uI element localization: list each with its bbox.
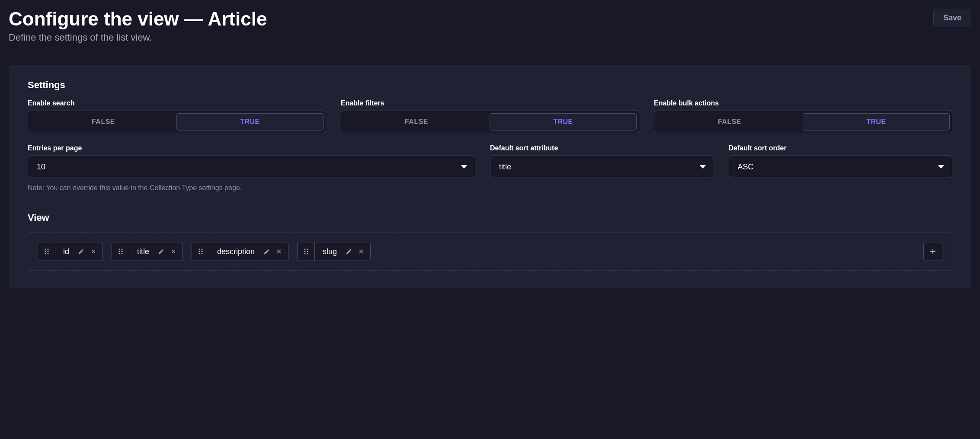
svg-point-13 (121, 253, 122, 254)
default-sort-order-value: ASC (738, 162, 754, 172)
svg-point-20 (199, 253, 200, 254)
divider (28, 200, 952, 200)
svg-point-2 (45, 251, 46, 252)
enable-filters-toggle[interactable]: FALSE TRUE (341, 111, 639, 133)
drag-handle-icon[interactable] (38, 242, 55, 261)
settings-panel: Settings Enable search FALSE TRUE Enable… (9, 65, 971, 288)
field-chip-label: title (129, 247, 157, 256)
page-subtitle: Define the settings of the list view. (9, 32, 267, 43)
settings-heading: Settings (28, 80, 952, 91)
enable-filters-false[interactable]: FALSE (343, 113, 490, 130)
default-sort-order-select[interactable]: ASC (729, 156, 953, 178)
close-icon[interactable] (276, 248, 282, 254)
svg-point-9 (121, 249, 122, 250)
enable-filters-true[interactable]: TRUE (490, 113, 637, 130)
close-icon[interactable] (358, 248, 364, 254)
enable-search-label: Enable search (28, 99, 326, 107)
svg-point-1 (47, 249, 48, 250)
caret-down-icon (938, 165, 944, 169)
field-chip-description: description (192, 242, 288, 261)
svg-point-21 (201, 253, 202, 254)
svg-point-29 (307, 253, 308, 254)
svg-point-3 (47, 251, 48, 252)
svg-point-18 (199, 251, 200, 252)
field-chip-id: id (38, 242, 103, 261)
default-sort-attribute-value: title (499, 162, 511, 172)
caret-down-icon (461, 165, 467, 169)
field-chip-slug: slug (297, 242, 371, 261)
pencil-icon[interactable] (263, 248, 270, 255)
svg-point-27 (307, 251, 308, 252)
entries-per-page-select[interactable]: 10 (28, 156, 475, 178)
entries-per-page-note: Note: You can override this value in the… (28, 184, 475, 192)
close-icon[interactable] (90, 248, 96, 254)
svg-point-10 (118, 251, 120, 252)
svg-point-0 (45, 249, 46, 250)
entries-per-page-value: 10 (37, 162, 45, 172)
view-heading: View (28, 212, 952, 223)
entries-per-page-label: Entries per page (28, 144, 475, 152)
field-chip-label: description (209, 247, 263, 256)
enable-bulk-true[interactable]: TRUE (803, 113, 950, 130)
drag-handle-icon[interactable] (112, 242, 129, 261)
svg-point-28 (304, 253, 305, 254)
drag-handle-icon[interactable] (192, 242, 209, 261)
pencil-icon[interactable] (78, 248, 84, 255)
enable-search-toggle[interactable]: FALSE TRUE (28, 111, 326, 133)
enable-bulk-label: Enable bulk actions (654, 99, 952, 107)
save-button[interactable]: Save (933, 9, 971, 27)
svg-point-11 (121, 251, 122, 252)
add-field-button[interactable] (923, 242, 942, 261)
plus-icon (929, 248, 937, 255)
close-icon[interactable] (170, 248, 176, 254)
enable-search-false[interactable]: FALSE (30, 113, 176, 130)
default-sort-attribute-label: Default sort attribute (490, 144, 714, 152)
enable-bulk-toggle[interactable]: FALSE TRUE (654, 111, 952, 133)
view-fields-area: id title (28, 232, 952, 271)
enable-bulk-false[interactable]: FALSE (657, 113, 803, 130)
svg-point-5 (47, 253, 48, 254)
svg-point-8 (118, 249, 120, 250)
svg-point-19 (201, 251, 202, 252)
svg-point-24 (304, 249, 305, 250)
default-sort-order-label: Default sort order (729, 144, 953, 152)
drag-handle-icon[interactable] (298, 242, 315, 261)
enable-search-true[interactable]: TRUE (176, 113, 323, 130)
field-chip-title: title (112, 242, 183, 261)
pencil-icon[interactable] (346, 248, 352, 255)
svg-point-17 (201, 249, 202, 250)
default-sort-attribute-select[interactable]: title (490, 156, 714, 178)
svg-point-25 (307, 249, 308, 250)
field-chip-label: slug (315, 247, 345, 256)
svg-point-4 (45, 253, 46, 254)
svg-point-12 (118, 253, 120, 254)
enable-filters-label: Enable filters (341, 99, 639, 107)
field-chip-label: id (55, 247, 77, 256)
caret-down-icon (700, 165, 706, 169)
page-title: Configure the view — Article (9, 9, 267, 29)
svg-point-16 (199, 249, 200, 250)
pencil-icon[interactable] (158, 248, 164, 255)
svg-point-26 (304, 251, 305, 252)
